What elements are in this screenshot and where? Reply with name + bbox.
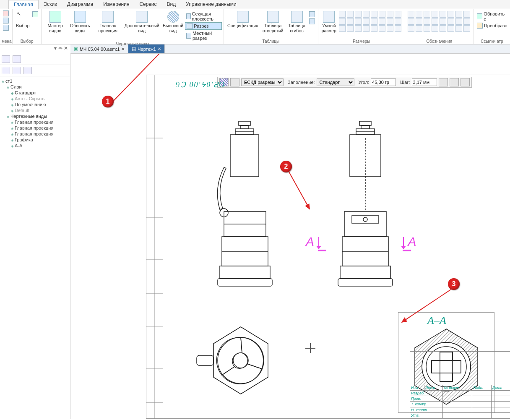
doc-tab-drawing[interactable]: ▤Чертеж1✕ (128, 44, 165, 53)
tab-measure[interactable]: Измерения (98, 0, 134, 9)
spec-button[interactable]: Спецификация (226, 10, 260, 29)
annot-icon[interactable] (463, 25, 470, 32)
smart-dim-button[interactable]: Умный размер (320, 10, 338, 34)
copy-icon[interactable] (2, 17, 10, 24)
dim-icon[interactable] (379, 25, 385, 32)
annot-icon[interactable] (416, 11, 422, 18)
tab-diagram[interactable]: Диаграмма (62, 0, 98, 9)
dim-icon[interactable] (371, 25, 377, 32)
annot-icon[interactable] (440, 25, 446, 32)
panel-tool-icon[interactable] (13, 67, 21, 74)
hole-table-button[interactable]: Таблица отверстий (260, 10, 286, 34)
tree-view-item[interactable]: Графика (1, 137, 69, 143)
dim-icon[interactable] (355, 18, 362, 25)
aux-view-button[interactable]: Дополнительный вид (123, 10, 161, 34)
tree-root[interactable]: ст1 (1, 78, 69, 84)
annot-icon[interactable] (440, 11, 446, 18)
dim-icon[interactable] (355, 25, 362, 32)
annot-icon[interactable] (448, 11, 454, 18)
panel-pin-bar[interactable]: ▾ ⥲ ✕ (0, 44, 70, 52)
table-tool1-icon[interactable] (308, 11, 316, 18)
annot-icon[interactable] (416, 25, 422, 32)
update-views-button[interactable]: Обновить виды (67, 10, 93, 34)
dim-icon[interactable] (363, 25, 369, 32)
table-tool2-icon[interactable] (308, 18, 316, 25)
tree-layer[interactable]: Авто - Скрыть (1, 96, 69, 102)
cutting-plane-button[interactable]: Секущая плоскость (185, 11, 222, 22)
tab-pdm[interactable]: Управление данными (181, 0, 242, 9)
dim-icon[interactable] (347, 25, 354, 32)
dim-icon[interactable] (347, 11, 354, 18)
dim-icon[interactable] (379, 11, 385, 18)
dim-icon[interactable] (395, 11, 401, 18)
cut-icon[interactable] (2, 10, 10, 17)
panel-tool-icon[interactable] (13, 55, 21, 63)
dim-icon[interactable] (371, 18, 377, 25)
annot-icon[interactable] (455, 25, 462, 32)
dim-icon[interactable] (339, 11, 346, 18)
dim-icon[interactable] (363, 18, 369, 25)
panel-tool-icon[interactable] (23, 67, 32, 74)
bend-table-button[interactable]: Таблица сгибов (286, 10, 308, 34)
panel-tool-icon[interactable] (2, 67, 10, 74)
tab-service[interactable]: Сервис (134, 0, 161, 9)
local-section-button[interactable]: Местный разрез (185, 30, 222, 41)
close-icon[interactable]: ✕ (158, 47, 161, 51)
close-icon[interactable]: ✕ (121, 47, 125, 51)
annot-icon[interactable] (440, 18, 446, 25)
annot-icon[interactable] (455, 11, 462, 18)
tab-sketch[interactable]: Эскиз (39, 0, 62, 9)
tree-view-item[interactable]: Главная проекция (1, 125, 69, 131)
detail-view-button[interactable]: Выносной вид (161, 10, 185, 34)
annot-icon[interactable] (463, 18, 470, 25)
dim-icon[interactable] (387, 11, 393, 18)
annot-icon[interactable] (463, 11, 470, 18)
annot-icon[interactable] (416, 18, 422, 25)
tree-view-item[interactable]: Главная проекция (1, 131, 69, 137)
dim-icon[interactable] (387, 25, 393, 32)
select-tool-icon[interactable] (31, 11, 39, 18)
dim-icon[interactable] (387, 18, 393, 25)
tree-layer[interactable]: Стандарт (1, 90, 69, 96)
select-button[interactable]: ↖Выбор (14, 10, 31, 29)
annot-icon[interactable] (408, 11, 414, 18)
dim-icon[interactable] (363, 11, 369, 18)
doc-tab-asm[interactable]: ▣МЧ 05.04.00.asm:1✕ (70, 44, 128, 53)
dim-icon[interactable] (339, 18, 346, 25)
cursor-crosshair (305, 343, 315, 353)
annot-icon[interactable] (408, 18, 414, 25)
tree-layers-node[interactable]: Слои (1, 84, 69, 90)
annot-icon[interactable] (448, 18, 454, 25)
paste-icon[interactable] (2, 24, 10, 31)
annot-icon[interactable] (432, 18, 438, 25)
annot-icon[interactable] (424, 25, 430, 32)
annot-icon[interactable] (455, 18, 462, 25)
tab-view[interactable]: Вид (162, 0, 181, 9)
drawing-canvas[interactable]: ЕСКД разрезы Заполнение: Стандарт Угол: … (70, 54, 510, 420)
dim-icon[interactable] (379, 18, 385, 25)
annot-icon[interactable] (448, 25, 454, 32)
tree-layer[interactable]: Default (1, 107, 69, 113)
tree-view-item[interactable]: A-A (1, 143, 69, 149)
annot-icon[interactable] (424, 11, 430, 18)
tree-layer[interactable]: По умолчанию (1, 102, 69, 107)
dim-icon[interactable] (355, 11, 362, 18)
section-button[interactable]: Разрез (185, 22, 222, 30)
dim-icon[interactable] (347, 18, 354, 25)
main-projection-button[interactable]: Главная проекция (93, 10, 123, 34)
update-refs-button[interactable]: Обновить с (476, 11, 508, 22)
dim-icon[interactable] (339, 25, 346, 32)
panel-tool-icon[interactable] (2, 55, 10, 63)
tree-view-item[interactable]: Главная проекция (1, 119, 69, 125)
transform-refs-button[interactable]: Преобразс (476, 22, 508, 29)
annot-icon[interactable] (408, 25, 414, 32)
dim-icon[interactable] (371, 11, 377, 18)
dim-icon[interactable] (395, 18, 401, 25)
tree-views-node[interactable]: Чертежные виды (1, 113, 69, 119)
tab-main[interactable]: Главная (8, 0, 39, 9)
annot-icon[interactable] (424, 18, 430, 25)
view-wizard-button[interactable]: Мастер видов (43, 10, 67, 34)
dim-icon[interactable] (395, 25, 401, 32)
annot-icon[interactable] (432, 25, 438, 32)
annot-icon[interactable] (432, 11, 438, 18)
